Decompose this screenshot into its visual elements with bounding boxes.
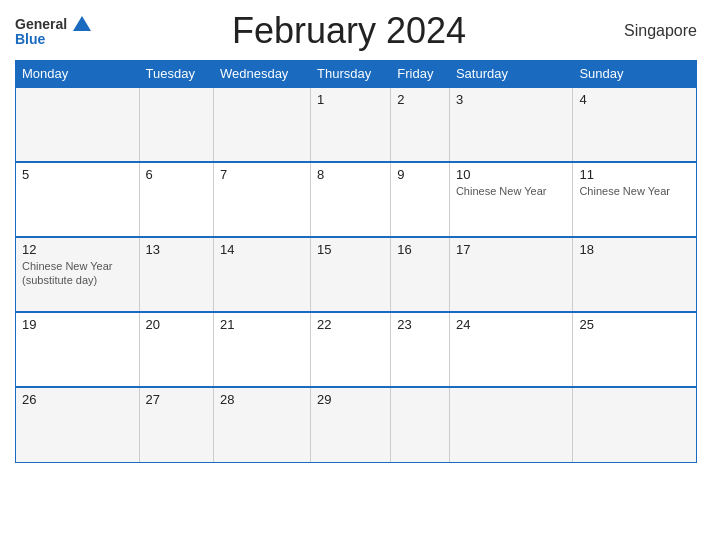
header-tuesday: Tuesday [139,61,213,88]
day-event: Chinese New Year [579,184,690,198]
calendar-cell: 13 [139,237,213,312]
calendar-week-row: 19202122232425 [16,312,697,387]
calendar-cell: 19 [16,312,140,387]
day-number: 11 [579,167,690,182]
header-saturday: Saturday [449,61,573,88]
calendar-cell: 8 [311,162,391,237]
header-sunday: Sunday [573,61,697,88]
calendar-cell: 20 [139,312,213,387]
calendar-cell: 24 [449,312,573,387]
calendar-cell [16,87,140,162]
calendar-header: General Blue February 2024 Singapore [15,10,697,52]
calendar-cell: 28 [213,387,310,462]
calendar-cell [573,387,697,462]
calendar-cell: 6 [139,162,213,237]
calendar-cell: 7 [213,162,310,237]
day-event: Chinese New Year [456,184,567,198]
calendar-cell: 10Chinese New Year [449,162,573,237]
calendar-cell: 12Chinese New Year(substitute day) [16,237,140,312]
calendar-cell: 9 [391,162,450,237]
calendar-cell: 18 [573,237,697,312]
day-number: 21 [220,317,304,332]
day-number: 17 [456,242,567,257]
calendar-cell: 14 [213,237,310,312]
calendar-week-row: 1234 [16,87,697,162]
header-friday: Friday [391,61,450,88]
calendar-page: General Blue February 2024 Singapore Mon… [0,0,712,550]
weekday-header-row: Monday Tuesday Wednesday Thursday Friday… [16,61,697,88]
day-number: 3 [456,92,567,107]
day-number: 25 [579,317,690,332]
country-label: Singapore [607,22,697,40]
logo-triangle-icon [73,16,91,31]
day-event: Chinese New Year(substitute day) [22,259,133,288]
day-number: 14 [220,242,304,257]
calendar-cell: 23 [391,312,450,387]
calendar-cell [449,387,573,462]
calendar-week-row: 5678910Chinese New Year11Chinese New Yea… [16,162,697,237]
calendar-week-row: 12Chinese New Year(substitute day)131415… [16,237,697,312]
day-number: 9 [397,167,443,182]
calendar-cell: 25 [573,312,697,387]
calendar-cell: 17 [449,237,573,312]
logo: General Blue [15,16,91,47]
calendar-cell: 3 [449,87,573,162]
day-number: 28 [220,392,304,407]
calendar-cell: 22 [311,312,391,387]
calendar-cell [391,387,450,462]
calendar-cell: 21 [213,312,310,387]
day-number: 29 [317,392,384,407]
calendar-cell: 16 [391,237,450,312]
calendar-cell: 4 [573,87,697,162]
day-number: 12 [22,242,133,257]
calendar-cell [139,87,213,162]
calendar-title: February 2024 [91,10,607,52]
header-monday: Monday [16,61,140,88]
calendar-cell: 15 [311,237,391,312]
calendar-cell [213,87,310,162]
day-number: 16 [397,242,443,257]
calendar-cell: 1 [311,87,391,162]
day-number: 13 [146,242,207,257]
day-number: 2 [397,92,443,107]
calendar-table: Monday Tuesday Wednesday Thursday Friday… [15,60,697,463]
day-number: 4 [579,92,690,107]
day-number: 18 [579,242,690,257]
day-number: 23 [397,317,443,332]
day-number: 15 [317,242,384,257]
calendar-cell: 26 [16,387,140,462]
calendar-cell: 29 [311,387,391,462]
day-number: 26 [22,392,133,407]
day-number: 10 [456,167,567,182]
day-number: 5 [22,167,133,182]
calendar-cell: 11Chinese New Year [573,162,697,237]
calendar-body: 12345678910Chinese New Year11Chinese New… [16,87,697,462]
header-thursday: Thursday [311,61,391,88]
day-number: 7 [220,167,304,182]
calendar-week-row: 26272829 [16,387,697,462]
day-number: 27 [146,392,207,407]
logo-blue-text: Blue [15,31,45,47]
day-number: 24 [456,317,567,332]
header-wednesday: Wednesday [213,61,310,88]
day-number: 8 [317,167,384,182]
calendar-cell: 5 [16,162,140,237]
day-number: 1 [317,92,384,107]
calendar-cell: 27 [139,387,213,462]
day-number: 22 [317,317,384,332]
day-number: 19 [22,317,133,332]
day-number: 20 [146,317,207,332]
day-number: 6 [146,167,207,182]
calendar-cell: 2 [391,87,450,162]
